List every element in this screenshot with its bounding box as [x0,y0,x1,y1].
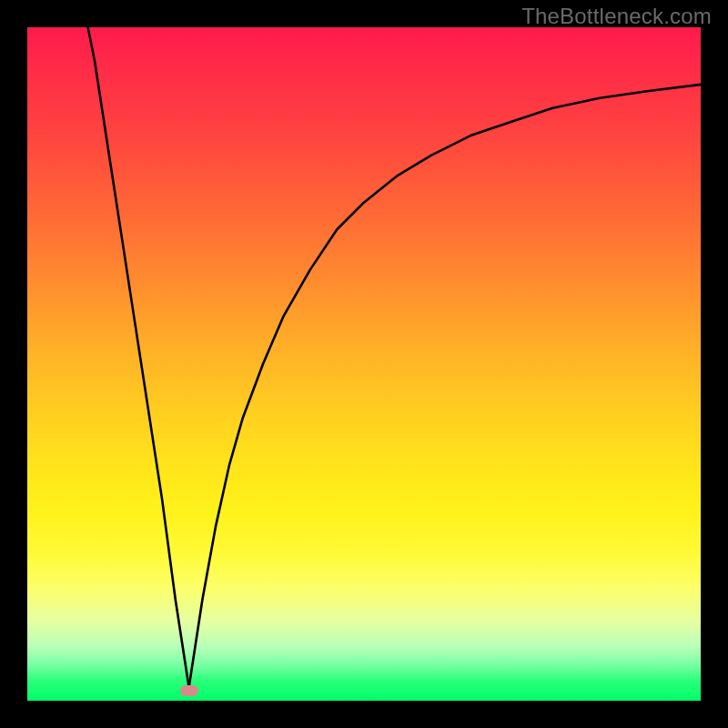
curve-right-branch [189,85,701,687]
watermark-text: TheBottleneck.com [521,4,712,29]
curve-left-branch [88,27,189,687]
chart-container: TheBottleneck.com [0,0,728,728]
curve-layer [27,27,701,701]
minimum-marker [180,685,198,696]
plot-area [27,27,701,701]
